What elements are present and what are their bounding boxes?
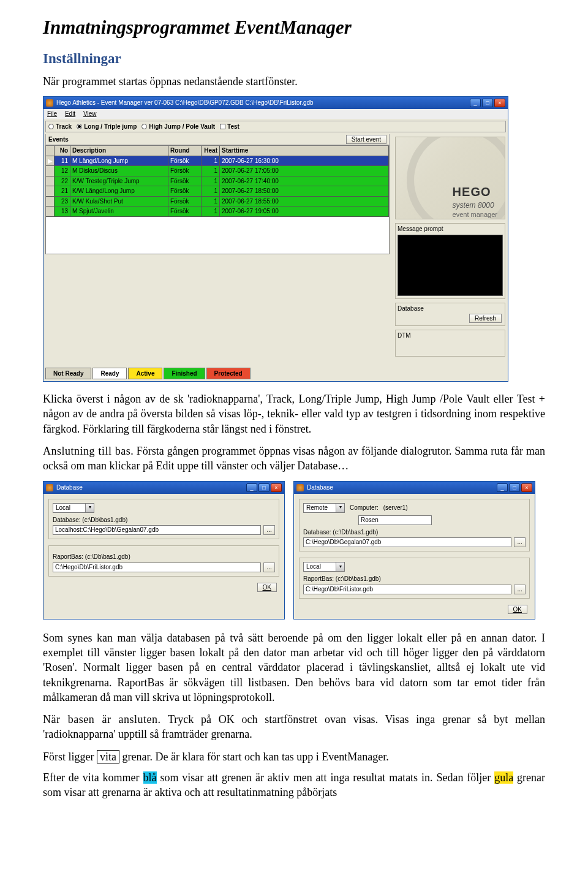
menubar: File Edit View xyxy=(43,109,508,119)
connection-type-dropdown[interactable]: Local▾ xyxy=(53,503,94,513)
app-icon xyxy=(46,99,53,107)
start-event-button[interactable]: Start event xyxy=(346,135,386,144)
legend-yellow-highlight: gula xyxy=(494,771,513,784)
paragraph-3: Anslutning till bas. Första gången progr… xyxy=(43,444,545,474)
status-legend: Not Ready Ready Active Finished Protecte… xyxy=(45,368,390,380)
close-button[interactable]: × xyxy=(521,483,532,492)
eventmanager-window: Hego Athletics - Event Manager ver 07-06… xyxy=(43,96,508,382)
table-row[interactable]: ▶11M Längd/Long JumpFörsök12007-06-27 16… xyxy=(46,156,389,167)
ok-button[interactable]: OK xyxy=(508,605,527,614)
db-path-input[interactable]: Localhost:C:\Hego\Db\Gegalan07.gdb xyxy=(53,525,261,535)
legend-white-box: vita xyxy=(97,750,119,763)
radio-high-pole[interactable]: High Jump / Pole Vault xyxy=(141,123,215,131)
chevron-down-icon: ▾ xyxy=(336,562,344,571)
page-title: Inmatningsprogrammet EventManager xyxy=(43,15,545,40)
raportbas-connection-dropdown[interactable]: Local▾ xyxy=(303,562,345,572)
app-icon xyxy=(296,484,304,491)
connection-type-dropdown[interactable]: Remote▾ xyxy=(303,503,345,513)
maximize-button[interactable]: □ xyxy=(482,99,493,107)
logo-sub: system 8000 xyxy=(453,200,497,210)
events-grid[interactable]: No Description Round Heat Starttime ▶11M… xyxy=(45,145,390,254)
intro-text: När programmet startas öppnas nedanståen… xyxy=(43,74,545,89)
raportbas-label: RaportBas: (c:\Db\bas1.gdb) xyxy=(53,553,275,561)
computer-hint: (server1) xyxy=(383,504,408,512)
computer-input[interactable]: Rosen xyxy=(358,515,432,525)
ok-button[interactable]: OK xyxy=(257,583,277,592)
legend-ready: Ready xyxy=(92,368,127,380)
menu-view[interactable]: View xyxy=(83,110,97,117)
app-icon xyxy=(46,484,53,491)
raportbas-label: RaportBas: (c:\Db\bas1.gdb) xyxy=(303,575,526,583)
browse-button[interactable]: ... xyxy=(514,585,526,594)
chevron-down-icon: ▾ xyxy=(85,504,94,512)
dtm-panel: DTM xyxy=(395,330,505,357)
paragraph-6: Först ligger vita grenar. De är klara fö… xyxy=(43,749,545,764)
menu-file[interactable]: File xyxy=(47,110,57,117)
logo-panel: HEGO system 8000 event manager xyxy=(395,137,505,219)
table-row[interactable]: 22K/W Tresteg/Triple JumpFörsök12007-06-… xyxy=(46,176,389,187)
table-row[interactable]: 13M Spjut/JavelinFörsök12007-06-27 19:05… xyxy=(46,206,389,217)
close-button[interactable]: × xyxy=(494,99,505,107)
radio-long-triple[interactable]: Long / Triple jump xyxy=(77,123,137,131)
legend-blue-highlight: blå xyxy=(143,771,157,784)
close-button[interactable]: × xyxy=(271,483,282,492)
titlebar: Hego Athletics - Event Manager ver 07-06… xyxy=(43,97,508,109)
dialog-title: Database xyxy=(56,483,246,492)
chevron-down-icon: ▾ xyxy=(336,504,344,512)
maximize-button[interactable]: □ xyxy=(509,483,520,492)
db-label: Database: (c:\Db\bas1.gdb) xyxy=(303,528,526,537)
legend-finished: Finished xyxy=(164,368,205,380)
paragraph-7: Efter de vita kommer blå som visar att g… xyxy=(43,770,545,800)
database-dialog-local: Database _ □ × Local▾ Database: (c:\Db\b… xyxy=(43,481,285,619)
browse-button[interactable]: ... xyxy=(263,562,275,572)
checkbox-test[interactable]: Test xyxy=(220,123,239,131)
radio-track[interactable]: Track xyxy=(48,123,72,131)
legend-active: Active xyxy=(128,368,162,380)
db-path-input[interactable]: C:\Hego\Db\Gegalan07.gdb xyxy=(303,537,511,547)
events-label: Events xyxy=(48,135,69,144)
paragraph-5: När basen är ansluten. Tryck på OK och s… xyxy=(43,712,545,742)
message-display xyxy=(398,235,503,296)
minimize-button[interactable]: _ xyxy=(497,483,508,492)
grid-header: No Description Round Heat Starttime xyxy=(46,146,389,156)
computer-label: Computer: xyxy=(350,504,379,512)
raportbas-path-input[interactable]: C:\Hego\Db\FriListor.gdb xyxy=(303,585,511,594)
database-panel: Database Refresh xyxy=(395,303,505,327)
window-title: Hego Athletics - Event Manager ver 07-06… xyxy=(56,99,470,107)
table-row[interactable]: 21K/W Längd/Long JumpFörsök12007-06-27 1… xyxy=(46,186,389,197)
maximize-button[interactable]: □ xyxy=(258,483,270,492)
refresh-button[interactable]: Refresh xyxy=(469,314,502,323)
logo-text: HEGO xyxy=(453,184,497,200)
table-row[interactable]: 12M Diskus/DiscusFörsök12007-06-27 17:05… xyxy=(46,166,389,176)
database-dialog-remote: Database _ □ × Remote▾ Computer: (server… xyxy=(293,481,535,619)
table-row[interactable]: 23K/W Kula/Shot PutFörsök12007-06-27 18:… xyxy=(46,197,389,207)
message-prompt-panel: Message prompt xyxy=(395,223,505,299)
browse-button[interactable]: ... xyxy=(514,537,526,547)
db-label: Database: (c:\Db\bas1.gdb) xyxy=(53,516,275,525)
paragraph-2: Klicka överst i någon av de sk 'radiokna… xyxy=(43,392,545,436)
legend-not-ready: Not Ready xyxy=(45,368,91,380)
menu-edit[interactable]: Edit xyxy=(65,110,75,117)
dialog-title: Database xyxy=(307,483,497,492)
browse-button[interactable]: ... xyxy=(263,525,275,535)
legend-protected: Protected xyxy=(206,368,251,380)
logo-sub2: event manager xyxy=(453,210,497,219)
raportbas-path-input[interactable]: C:\Hego\Db\FriListor.gdb xyxy=(53,562,261,572)
section-heading: Inställningar xyxy=(43,49,545,68)
minimize-button[interactable]: _ xyxy=(470,99,481,107)
paragraph-4: Som synes kan man välja databasen på två… xyxy=(43,631,545,705)
minimize-button[interactable]: _ xyxy=(246,483,257,492)
events-header: Events Start event xyxy=(45,134,390,145)
discipline-radio-row: Track Long / Triple jump High Jump / Pol… xyxy=(45,121,506,133)
